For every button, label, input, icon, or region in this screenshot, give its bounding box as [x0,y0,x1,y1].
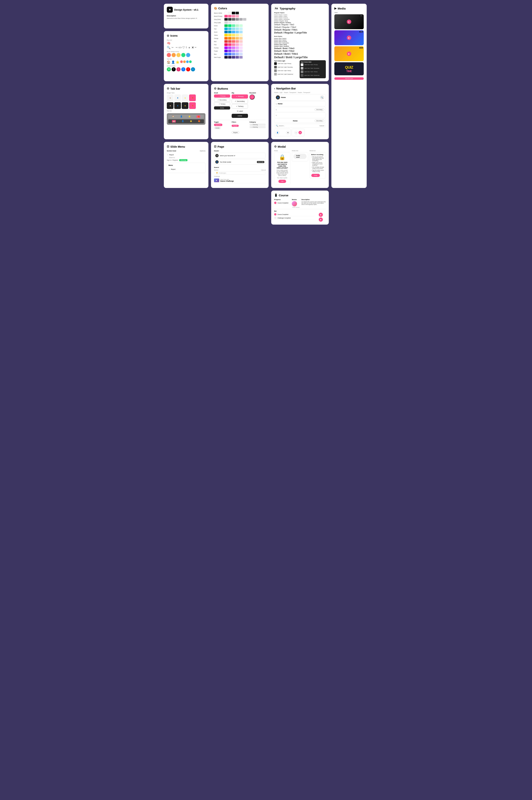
type-colors-dark: Type Colors Dark Label Color / Dark / Pr… [300,60,326,78]
chevron-right-icon: › [180,46,181,50]
tab-profile-dark[interactable]: 👤 [174,102,181,109]
big-primary-btn[interactable]: ✓ Primary [232,94,248,98]
typo-bold-title3: Default / Bold / Title3 [274,47,326,50]
tab-profile[interactable]: 👤 [174,94,181,101]
video-thumb-1[interactable]: ▶ 2:34 [334,14,364,29]
badge-blue [186,60,189,63]
cat-dancing2-badge[interactable]: ♪ ♪ Dancing [249,126,266,128]
search-icon-nav: 🔍 [276,125,278,127]
toggle-details-off[interactable]: Details [214,127,221,129]
small-secondary-btn[interactable]: ✓ Secondary [214,98,230,102]
heart-icon: ♡ [182,46,185,50]
ds-logo: ⊕ Design System - v0.1 [167,7,206,13]
modal-yes-btn[interactable]: Yes [279,180,286,183]
big-icons-row: 🧠 [167,41,206,45]
instagram-icon[interactable]: I [176,67,180,71]
video-thumb-3[interactable]: ▶ 3:12 [334,46,364,61]
page-card: ⊡ Page Header ⚙ Select your favourite 3+… [211,142,269,188]
social-icons-row: W T I f Y t [167,67,206,71]
tab-star[interactable]: ⭐ [182,94,188,101]
user-avatar[interactable]: 👤 [276,95,280,99]
back-icon-2[interactable]: ‹ [276,108,277,111]
big-label-btn[interactable]: ✕ Label [232,109,248,113]
bar-progress-col: ✓ Course Completed Challenges Completed [274,213,314,222]
typography-icon: Aa [274,7,279,10]
okay-btn[interactable]: Okay [311,174,320,177]
video-thumb-2[interactable]: ▶ 1:48 [334,30,364,45]
transparent-close-2[interactable]: ✕ [299,131,302,134]
big-active-btn[interactable]: Active [232,114,248,118]
more-info-btn[interactable]: More Info [257,161,264,163]
rounded-btn[interactable]: → [249,94,255,99]
home-dark-icon: 🏠 [170,105,171,106]
color-row-pink: Pink [214,43,266,46]
color-row-red: Red [214,40,266,43]
menu-back-btn[interactable]: ‹ Report [167,153,206,157]
tab-home-dark[interactable]: 🏠 [167,102,173,109]
small-tertiary-btn[interactable]: ✓ Tertiary [214,102,230,106]
sign-in-row: Sign in / Register WhatsApp [167,159,206,161]
play-button-1[interactable]: ▶ [347,19,351,24]
search-input[interactable] [279,125,319,127]
small-primary-btn[interactable]: ✓ Primary [214,94,230,97]
filter-popular-badge[interactable]: Popular [232,125,239,127]
secondary-nav-btn[interactable]: Secondary [315,108,324,111]
buttons-title: ⊙ Buttons [214,87,266,90]
tiktok-icon[interactable]: T [172,67,176,71]
navbar-title: ‹ Navigation Bar [274,87,326,90]
tab-star-dark[interactable]: ⭐ [182,102,188,109]
big-tertiary-btn[interactable]: ✓ Tertiary [232,104,248,109]
logo-symbol: ⊕ [169,8,171,11]
brain-avatar-item[interactable]: 👤 Your Brain avatar More Info [214,159,266,165]
facebook-icon[interactable]: f [181,67,185,71]
play-button-3[interactable]: ▶ [347,52,351,56]
avatar-row [167,53,206,57]
color-row-yellow: Yellow [214,34,266,36]
toggle-episodes-on[interactable]: Episodes [214,124,222,126]
bar-icon-2: ▶ [319,218,323,222]
btn-size-section: Small ✓ Primary ✓ Secondary ✓ Tertiary A… [214,92,266,119]
youtube-icon[interactable]: Y [186,67,190,71]
telegram-icon[interactable]: t [191,67,195,71]
typo-regular-largetitle: Default / Regular / LargeTitle [274,31,326,34]
rec-tip-1: • Set up your phone somewhere that will … [311,156,324,161]
arrow-right-icon: → [175,46,178,50]
badge-orange [183,60,186,63]
view-all-link[interactable]: View all [261,169,266,171]
tab-reward[interactable]: 🎁 [189,94,196,101]
share-to-label: Share to: [167,157,206,158]
brain-avatar-text: Your Brain avatar [220,161,231,163]
media-card: ▶ Media Video ▶ 2:34 ▶ 1:48 ▶ 3:12 QUIZ … [331,4,367,188]
reward-tab-icon: 🎁 [192,97,193,98]
single-tabs-label: Single Tabs [167,92,206,94]
home-label-2: Home [278,103,323,105]
tab-home[interactable]: 🏠 [167,94,173,101]
whatsapp-btn[interactable]: WhatsApp [179,159,187,161]
back-icon-1[interactable]: ‹ [276,102,277,105]
transparent-close-1[interactable]: ✕ [286,131,290,134]
favourite-item[interactable]: ⚙ Select your favourite 3+ [214,153,266,158]
tab-reward-dark[interactable]: 🎁 [189,102,196,109]
big-secondary-btn[interactable]: ✓ Secondary [232,99,248,104]
menu-report-item[interactable]: ‹ Report [169,167,204,171]
modal-no-link[interactable]: No, keep it public [276,177,288,179]
small-active-btn[interactable]: Active [214,106,230,109]
regular-styles-label: Regular Styles [274,12,326,14]
search-nav-btn[interactable]: 🔍 [320,95,324,99]
whatsapp-icon[interactable]: W [167,67,171,71]
secondary-nav-btn-2[interactable]: Secondary [315,120,324,122]
cat-dancing-badge[interactable]: ♪ ♪ Dancing [249,124,266,126]
header-transparent-label2: Header - Transparent [298,92,310,93]
challenge-label: Challenge [214,176,266,177]
play-button-2[interactable]: ▶ [347,36,351,40]
challenges-search-box[interactable]: 🏆 Challenges [214,171,266,175]
transparent-back[interactable]: ‹ [294,131,298,134]
start-quiz-button[interactable]: Start the quiz! [334,77,364,80]
type-colors-dark-label: Type Colors Dark [301,61,325,63]
challenge-item-1[interactable]: ▶ Start Over with... Dance Challenge [214,178,266,183]
video-duration-1: 2:34 [359,15,363,17]
back-icon-3[interactable]: ‹ [276,114,277,117]
video-duration-2: 1:48 [359,31,363,33]
filter-regular-badge[interactable]: Regular [232,131,239,134]
cancel-search-btn[interactable]: Cancel [320,125,324,127]
